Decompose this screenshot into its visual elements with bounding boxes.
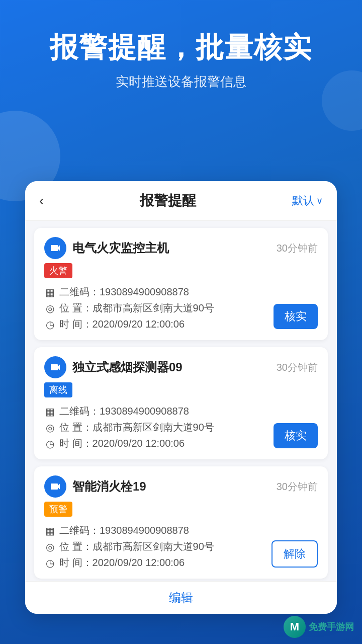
qr-row: ▦ 二维码：1930894900908878 [44,285,318,299]
alert-time: 30分钟前 [277,242,318,255]
camera-icon [49,480,61,493]
alert-item: 独立式感烟探测器09 30分钟前 离线 ▦ 二维码：19308949009088… [34,347,328,459]
hero-title: 报警提醒，批量核实 [0,30,362,64]
camera-icon [49,242,61,254]
card-header: ‹ 报警提醒 默认 ∨ [25,181,337,221]
alert-header: 独立式感烟探测器09 30分钟前 [44,356,318,378]
time-icon: ◷ [44,438,55,449]
alert-tag: 预警 [44,502,72,517]
qr-icon: ▦ [44,525,55,536]
camera-icon [49,361,61,373]
alert-left: 电气火灾监控主机 [44,237,169,259]
qr-value: 二维码：1930894900908878 [59,285,189,299]
release-button[interactable]: 解除 [272,540,318,568]
chevron-down-icon: ∨ [316,195,323,206]
location-icon: ◎ [44,422,55,433]
alert-time: 30分钟前 [277,361,318,374]
alert-header: 电气火灾监控主机 30分钟前 [44,237,318,259]
qr-icon: ▦ [44,406,55,417]
verify-button[interactable]: 核实 [274,423,318,448]
device-icon [44,237,66,259]
alert-left: 智能消火栓19 [44,475,146,498]
location-icon: ◎ [44,303,55,314]
time-icon: ◷ [44,319,55,330]
location-value: 位 置：成都市高新区剑南大道90号 [59,301,214,315]
location-icon: ◎ [44,541,55,552]
edit-button[interactable]: 编辑 [169,590,193,606]
alert-header: 智能消火栓19 30分钟前 [44,475,318,498]
datetime-value: 时 间：2020/09/20 12:00:06 [59,437,185,450]
alert-time: 30分钟前 [277,480,318,494]
qr-value: 二维码：1930894900908878 [59,405,189,418]
page-title: 报警提醒 [140,191,196,210]
alert-item: 智能消火栓19 30分钟前 预警 ▦ 二维码：1930894900908878 … [34,466,328,579]
device-icon [44,475,66,498]
device-name: 智能消火栓19 [72,478,146,495]
device-name: 电气火灾监控主机 [72,240,169,256]
location-value: 位 置：成都市高新区剑南大道90号 [59,540,214,553]
hero-subtitle: 实时推送设备报警信息 [0,73,362,91]
watermark-text: 免费手游网 [309,621,354,633]
device-icon [44,356,66,378]
alert-tag: 离线 [44,382,72,397]
alert-tag: 火警 [44,263,72,278]
alert-item: 电气火灾监控主机 30分钟前 火警 ▦ 二维码：1930894900908878… [34,228,328,340]
qr-row: ▦ 二维码：1930894900908878 [44,405,318,418]
datetime-value: 时 间：2020/09/20 12:00:06 [59,317,185,331]
alert-list: 电气火灾监控主机 30分钟前 火警 ▦ 二维码：1930894900908878… [25,221,337,581]
filter-label: 默认 [292,193,314,208]
time-icon: ◷ [44,557,55,569]
qr-icon: ▦ [44,287,55,298]
filter-button[interactable]: 默认 ∨ [292,193,323,208]
watermark-logo: M [284,616,306,638]
location-value: 位 置：成都市高新区剑南大道90号 [59,421,214,434]
datetime-value: 时 间：2020/09/20 12:00:06 [59,556,185,570]
card-footer: 编辑 [25,581,337,614]
qr-row: ▦ 二维码：1930894900908878 [44,524,318,537]
back-button[interactable]: ‹ [39,193,44,209]
verify-button[interactable]: 核实 [274,304,318,329]
device-name: 独立式感烟探测器09 [72,359,183,375]
card-panel: ‹ 报警提醒 默认 ∨ 电气火灾监控主机 30分钟前 火警 ▦ 二维 [25,181,337,614]
qr-value: 二维码：1930894900908878 [59,524,189,537]
hero-section: 报警提醒，批量核实 实时推送设备报警信息 [0,30,362,91]
alert-left: 独立式感烟探测器09 [44,356,183,378]
watermark: M 免费手游网 [284,616,354,638]
